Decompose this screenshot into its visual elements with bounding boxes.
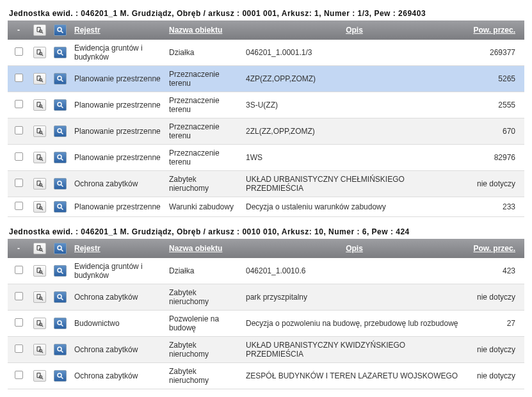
document-search-icon[interactable] (33, 126, 46, 137)
row-checkbox[interactable] (15, 292, 23, 300)
row-checkbox[interactable] (15, 126, 23, 134)
table-row[interactable]: Ochrona zabytkówZabytek nieruchomyUKŁAD … (8, 337, 524, 363)
svg-point-53 (58, 295, 61, 298)
document-search-icon[interactable] (33, 344, 46, 355)
cell-pow: 2555 (498, 101, 515, 109)
svg-line-47 (42, 273, 43, 274)
svg-line-17 (42, 107, 43, 108)
svg-line-54 (61, 298, 63, 300)
col-header-rejestr[interactable]: Rejestr (74, 26, 101, 35)
header-dash[interactable]: - (14, 26, 23, 35)
table-row[interactable]: Planowanie przestrzennePrzeznaczenie ter… (8, 145, 524, 171)
svg-line-39 (61, 208, 63, 210)
row-checkbox[interactable] (15, 266, 23, 274)
magnify-icon[interactable] (54, 99, 67, 111)
document-search-icon[interactable] (33, 47, 46, 58)
row-checkbox[interactable] (15, 152, 23, 161)
col-header-opis[interactable]: Opis (346, 26, 363, 35)
magnify-icon[interactable] (54, 318, 67, 329)
svg-rect-35 (37, 204, 40, 209)
document-search-icon[interactable] (33, 73, 46, 85)
document-search-icon[interactable] (33, 152, 46, 163)
table-row[interactable]: Ochrona zabytkówZabytek nieruchomyUKŁAD … (8, 171, 524, 197)
magnify-icon[interactable] (54, 344, 67, 355)
col-header-pow[interactable]: Pow. przec. (473, 26, 515, 35)
row-checkbox[interactable] (15, 371, 23, 379)
document-search-icon[interactable] (33, 99, 46, 111)
cell-rejestr: Planowanie przestrzenne (74, 127, 161, 136)
svg-line-7 (42, 54, 43, 56)
table-row[interactable]: Planowanie przestrzennePrzeznaczenie ter… (8, 66, 524, 92)
cell-nazwa: Działka (169, 266, 194, 275)
col-header-nazwa[interactable]: Nazwa obiektu (169, 244, 222, 253)
table-row[interactable]: Ochrona zabytkówZabytek nieruchomyZESPÓŁ… (8, 363, 524, 389)
row-checkbox[interactable] (15, 179, 23, 187)
svg-rect-5 (37, 50, 40, 54)
table-row[interactable]: Ewidencja gruntów i budynkówDziałka04620… (8, 40, 524, 66)
row-checkbox[interactable] (15, 47, 23, 56)
svg-line-4 (61, 31, 63, 33)
cell-pow: 269377 (490, 48, 515, 57)
svg-rect-60 (37, 347, 40, 352)
document-search-icon[interactable] (33, 370, 46, 382)
col-header-pow[interactable]: Pow. przec. (473, 244, 515, 253)
table-row[interactable]: Planowanie przestrzennePrzeznaczenie ter… (8, 118, 524, 145)
document-search-icon[interactable] (33, 265, 46, 277)
magnify-icon[interactable] (54, 265, 67, 277)
svg-line-12 (42, 81, 43, 82)
col-header-rejestr[interactable]: Rejestr (74, 244, 101, 253)
svg-line-37 (42, 209, 43, 210)
magnify-icon[interactable] (54, 291, 67, 303)
document-search-icon[interactable] (33, 243, 46, 254)
header-dash[interactable]: - (14, 244, 23, 253)
magnify-icon[interactable] (54, 47, 67, 58)
table-row[interactable]: BudownictwoPozwolenie na budowęDecyzja o… (8, 311, 524, 337)
svg-point-3 (58, 28, 61, 31)
document-search-icon[interactable] (33, 178, 46, 190)
document-search-icon[interactable] (33, 318, 46, 329)
section-title: Jednostka ewid. : 046201_1 M. Grudziądz,… (0, 6, 532, 20)
magnify-icon[interactable] (54, 243, 67, 254)
cell-rejestr: Planowanie przestrzenne (74, 202, 161, 211)
cell-pow: 670 (503, 127, 515, 136)
row-checkbox[interactable] (15, 344, 23, 353)
cell-pow: 82976 (494, 153, 515, 162)
cell-nazwa: Zabytek nieruchomy (169, 175, 209, 193)
row-checkbox[interactable] (15, 202, 23, 210)
svg-rect-55 (37, 321, 40, 325)
table-row[interactable]: Planowanie przestrzenneWarunki zabudowyD… (8, 197, 524, 217)
col-header-nazwa[interactable]: Nazwa obiektu (169, 26, 222, 35)
magnify-icon[interactable] (54, 126, 67, 137)
magnify-icon[interactable] (54, 201, 67, 213)
col-header-opis[interactable]: Opis (346, 244, 363, 253)
svg-line-32 (42, 186, 43, 187)
row-checkbox[interactable] (15, 318, 23, 327)
document-search-icon[interactable] (33, 24, 46, 36)
cell-opis: UKŁAD URBANISTYCZNY CHEŁMIŃSKIEGO PRZEDM… (246, 175, 405, 193)
cell-nazwa: Zabytek nieruchomy (169, 288, 209, 306)
table-row[interactable]: Ochrona zabytkówZabytek nieruchomypark p… (8, 284, 524, 311)
cell-pow: nie dotyczy (477, 293, 515, 302)
svg-line-27 (42, 159, 43, 161)
table-row[interactable]: Planowanie przestrzennePrzeznaczenie ter… (8, 92, 524, 118)
magnify-icon[interactable] (54, 73, 67, 85)
cell-rejestr: Ochrona zabytków (74, 345, 138, 354)
magnify-icon[interactable] (54, 24, 67, 36)
document-search-icon[interactable] (33, 201, 46, 213)
table-row[interactable]: Ewidencja gruntów i budynkówDziałka04620… (8, 258, 524, 284)
svg-rect-0 (37, 28, 40, 32)
svg-point-38 (58, 204, 61, 208)
cell-rejestr: Planowanie przestrzenne (74, 153, 161, 162)
row-checkbox[interactable] (15, 100, 23, 108)
document-search-icon[interactable] (33, 291, 46, 303)
magnify-icon[interactable] (54, 370, 67, 382)
svg-line-29 (61, 159, 63, 161)
magnify-icon[interactable] (54, 152, 67, 163)
svg-point-48 (58, 268, 61, 272)
magnify-icon[interactable] (54, 178, 67, 190)
svg-line-69 (61, 377, 63, 379)
row-checkbox[interactable] (15, 74, 23, 82)
svg-line-9 (61, 54, 63, 56)
svg-point-58 (58, 321, 61, 325)
svg-point-33 (58, 181, 61, 185)
